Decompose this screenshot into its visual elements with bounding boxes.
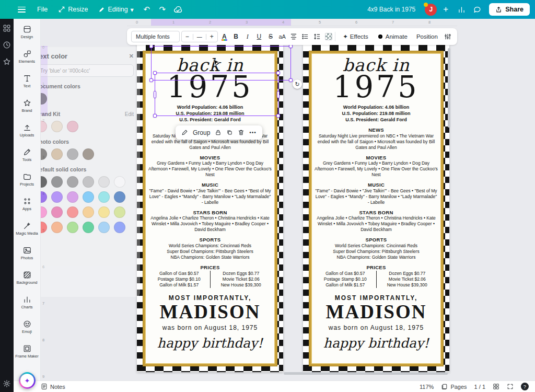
font-size-stepper[interactable]: − — + [181,31,218,42]
effects-button[interactable]: ✦ Effects [339,31,372,42]
resize-button[interactable]: Resize [54,3,92,16]
position-button[interactable]: Position [413,31,441,42]
poster-happy-birthday[interactable]: happy birthday! [315,336,438,351]
comments-button[interactable] [470,3,484,16]
color-swatch[interactable] [83,191,94,203]
resize-handle[interactable] [276,114,280,118]
sidebar-item-frame-maker[interactable]: Frame Maker [14,339,41,364]
color-swatch[interactable] [51,148,63,160]
poster-section-sports[interactable]: SPORTS World Series Champions: Cincinnat… [315,237,438,260]
sidebar-item-tools[interactable]: Tools [14,143,41,167]
color-swatch[interactable] [98,191,110,203]
underline-button[interactable]: U [254,31,264,42]
starred-icon[interactable] [3,57,11,66]
color-swatch[interactable] [83,176,94,188]
list-button[interactable] [300,31,310,42]
color-search-input[interactable] [36,64,134,77]
hamburger-menu-icon[interactable] [18,7,26,13]
more-options-icon[interactable]: ••• [249,130,257,135]
color-swatch[interactable] [67,148,78,160]
notes-button[interactable]: Notes [41,383,65,390]
resize-handle[interactable] [153,71,157,75]
color-swatch[interactable] [51,176,63,188]
sidebar-item-magic-media[interactable]: Magic Media [14,216,41,241]
poster-section-stars-born[interactable]: STARS BORN Angelina Jolie • Charlize The… [148,210,272,233]
color-swatch[interactable] [51,191,63,203]
sidebar-item-emoji[interactable]: Emoji [14,315,41,339]
canva-assistant-button[interactable]: ✦ [19,372,36,389]
italic-button[interactable]: I [242,31,252,42]
color-swatch[interactable] [51,206,63,218]
poster-section-news[interactable]: NEWS Saturday Night Live premiered on NB… [315,127,438,151]
horizontal-scrollbar[interactable] [284,372,448,375]
group-button[interactable]: Group [193,129,210,136]
vertical-scrollbar[interactable] [448,48,450,128]
font-family-dropdown[interactable]: Multiple fonts [131,31,180,42]
grid-view-button[interactable] [493,383,499,390]
close-icon[interactable]: ✕ [129,53,134,60]
insights-chart-button[interactable] [455,3,468,16]
resize-handle[interactable] [276,71,280,75]
transparency-button[interactable] [323,31,333,42]
fullscreen-button[interactable] [507,383,514,390]
strikethrough-button[interactable]: S [265,31,275,42]
editing-mode-dropdown[interactable]: Editing ▾ [94,3,138,16]
undo-button[interactable]: ↶ [140,3,154,16]
rotate-handle[interactable]: ↻ [293,79,302,89]
avatar[interactable]: J [425,4,437,16]
color-swatch[interactable] [114,206,125,218]
poster-born-line[interactable]: was born on August 18, 1975 [148,324,272,331]
redo-button[interactable]: ↷ [156,3,169,16]
color-swatch[interactable] [98,222,110,233]
poster-section-prices[interactable]: PRICES Gallon of Gas $0.57 Postage Stamp… [148,264,272,289]
color-swatch[interactable] [67,222,78,233]
sidebar-item-brand[interactable]: Brand [14,94,41,118]
poster-section-movies[interactable]: MOVIES Grey Gardens • Funny Lady • Barry… [148,155,272,178]
sidebar-item-background[interactable]: Background [14,266,41,290]
document-title[interactable]: 4x9 Back in 1975 [367,6,415,13]
color-swatch[interactable] [83,206,94,218]
color-swatch[interactable] [67,176,78,188]
poster-section-movies[interactable]: MOVIES Grey Gardens • Funny Lady • Barry… [315,155,438,178]
width-handle[interactable] [277,91,280,98]
resize-handle[interactable] [289,78,293,82]
poster-section-stars-born[interactable]: STARS BORN Angelina Jolie • Charlize The… [315,210,438,233]
help-button[interactable]: ? [521,383,529,390]
poster-born-line[interactable]: was born on August 18, 1975 [315,324,438,331]
color-swatch[interactable] [83,222,94,233]
sidebar-item-projects[interactable]: Projects [14,167,41,192]
brand-kit-edit-link[interactable]: Edit [125,111,134,117]
sidebar-item-elements[interactable]: Elements [14,44,41,69]
poster-happy-birthday[interactable]: happy birthday! [148,336,272,351]
lock-icon[interactable] [215,129,222,136]
advanced-settings-button[interactable] [443,31,453,42]
resize-handle[interactable] [153,114,157,118]
text-case-button[interactable]: aA [277,31,287,42]
color-swatch[interactable] [98,176,110,188]
apps-grid-icon[interactable] [3,24,11,32]
sidebar-item-uploads[interactable]: Uploads [14,118,41,143]
poster-section-prices[interactable]: PRICES Gallon of Gas $0.57 Postage Stamp… [315,264,438,289]
pages-button[interactable]: Pages [441,383,467,390]
font-size-decrease[interactable]: − [182,33,193,40]
zoom-level[interactable]: 117% [420,384,434,390]
sidebar-item-text[interactable]: Text [14,69,41,94]
poster-year-text[interactable]: 1975 [315,73,438,101]
sidebar-item-charts[interactable]: Charts [14,290,41,315]
spacing-button[interactable] [312,31,322,42]
poster-section-music[interactable]: MUSIC "Fame" - David Bowie • "Jive Talki… [148,182,272,205]
poster-section-sports[interactable]: SPORTS World Series Champions: Cincinnat… [148,237,272,260]
sidebar-item-design[interactable]: Design [14,20,41,44]
edit-pen-icon[interactable] [181,129,188,136]
poster-name[interactable]: MADISON [148,302,272,322]
trash-icon[interactable] [238,129,245,136]
resize-handle[interactable] [149,44,153,48]
color-swatch[interactable] [98,206,110,218]
poster-facts[interactable]: World Population: 4.06 billion U.S. Popu… [315,105,438,123]
selection-box-year[interactable] [155,73,278,116]
animate-button[interactable]: Animate [374,31,411,42]
font-size-increase[interactable]: + [206,33,217,40]
color-swatch[interactable] [83,148,94,160]
color-swatch[interactable] [114,176,125,188]
add-member-button[interactable]: + [439,3,452,16]
